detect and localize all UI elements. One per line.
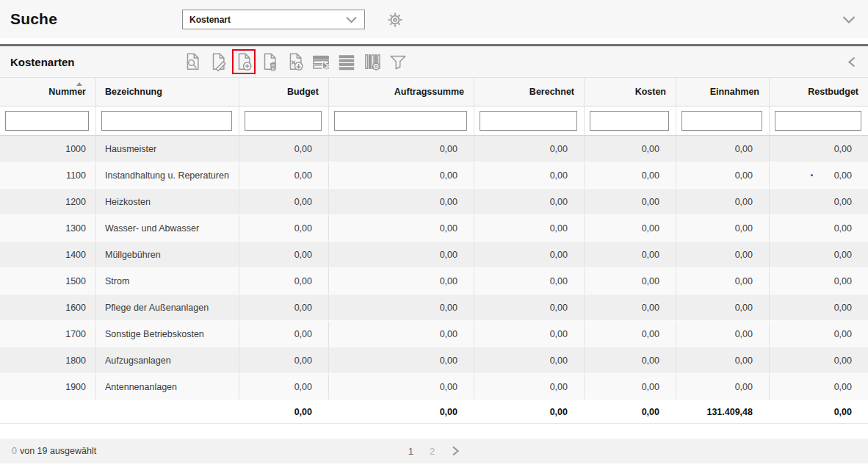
footer: 0von 19 ausgewählt 1 2 [0,438,868,463]
filter-input-nummer[interactable] [5,111,89,131]
cell-restbudget: 0,00 [769,268,868,294]
cell-budget: 0,00 [239,374,328,400]
filter-input-bezeichnung[interactable] [101,111,232,131]
search-type-dropdown[interactable]: Kostenart [182,10,365,29]
page-button-2[interactable]: 2 [430,446,435,457]
filter-cell-bezeichnung [95,106,239,135]
table-row-1700[interactable]: 1700Sonstige Betriebskosten0,000,000,000… [0,321,868,347]
export-button[interactable] [283,49,307,74]
settings-gear-icon[interactable] [385,10,405,29]
cell-bezeichnung: Aufzugsanlagen [95,347,239,373]
document-export-icon [286,52,305,71]
toolbar [181,49,410,74]
total-restbudget: 0,00 [769,400,868,423]
filter-input-berechnet[interactable] [480,111,577,131]
cell-bezeichnung: Antennenanlagen [95,374,239,400]
total-budget: 0,00 [239,400,328,423]
delete-button[interactable] [258,49,281,74]
filter-input-kosten[interactable] [590,111,669,131]
column-header-bezeichnung[interactable]: Bezeichnung [95,78,239,106]
column-header-berechnet[interactable]: Berechnet [474,78,584,106]
cell-budget: 0,00 [239,189,328,214]
search-type-value: Kostenart [189,15,231,25]
filter-input-auftragssumme[interactable] [334,111,467,131]
filter-input-einnahmen[interactable] [681,111,762,131]
add-button[interactable] [232,49,256,74]
column-settings-button[interactable] [361,49,384,74]
cell-einnahmen: 0,00 [676,242,769,267]
cell-berechnet: 0,00 [474,321,584,347]
cell-restbudget: 0,00 [769,215,868,241]
cell-berechnet: 0,00 [474,242,584,267]
cell-nummer: 1000 [0,136,95,162]
cell-restbudget: 0,00 [769,242,868,267]
table-row-1600[interactable]: 1600Pflege der Außenanlagen0,000,000,000… [0,295,868,321]
cell-kosten: 0,00 [584,321,676,347]
table-row-1300[interactable]: 1300Wasser- und Abwasser0,000,000,000,00… [0,215,868,242]
total-einnahmen: 131.409,48 [676,400,769,423]
cell-berechnet: 0,00 [474,215,584,241]
footer-gap [0,424,868,438]
cell-auftragssumme: 0,00 [328,242,474,267]
page-title: Suche [10,10,57,28]
total-berechnet: 0,00 [474,400,584,423]
page-button-1[interactable]: 1 [408,446,413,457]
column-label: Kosten [635,87,666,97]
total-bezeichnung [95,400,239,423]
table-row-1100[interactable]: 1100Instandhaltung u. Reperaturen0,000,0… [0,162,868,189]
column-header-kosten[interactable]: Kosten [584,78,676,106]
cell-nummer: 1300 [0,215,95,241]
cell-berechnet: 0,00 [474,347,584,373]
cell-einnahmen: 0,00 [676,321,769,347]
cell-nummer: 1900 [0,374,95,400]
cell-restbudget: 0,00 [769,321,868,347]
cell-budget: 0,00 [239,162,328,188]
cell-kosten: 0,00 [584,268,676,294]
cell-budget: 0,00 [239,347,328,373]
table-row-1000[interactable]: 1000Hausmeister0,000,000,000,000,000,00 [0,136,868,162]
cell-einnahmen: 0,00 [676,268,769,294]
table-row-1200[interactable]: 1200Heizkosten0,000,000,000,000,000,00 [0,189,868,215]
collapse-search-icon[interactable] [842,14,856,27]
table-row-1800[interactable]: 1800Aufzugsanlagen0,000,000,000,000,000,… [0,347,868,374]
filter-button[interactable] [386,49,410,74]
select-mode-button[interactable] [309,49,333,74]
total-kosten: 0,00 [584,400,676,423]
cell-berechnet: 0,00 [474,268,584,294]
preview-button[interactable] [181,49,204,74]
cell-einnahmen: 0,00 [676,215,769,241]
cell-restbudget: 0,00 [769,374,868,400]
cell-nummer: 1500 [0,268,95,294]
column-header-auftragssumme[interactable]: Auftragssumme [328,78,474,106]
cell-auftragssumme: 0,00 [328,295,474,320]
column-header-nummer[interactable]: Nummer [0,78,95,106]
cell-kosten: 0,00 [584,189,676,214]
collapse-panel-icon[interactable] [847,56,856,71]
cell-budget: 0,00 [239,321,328,347]
table-row-1400[interactable]: 1400Müllgebühren0,000,000,000,000,000,00 [0,242,868,268]
row-layout-button[interactable] [335,49,358,74]
table-row-1500[interactable]: 1500Strom0,000,000,000,000,000,00 [0,268,868,295]
filter-cell-budget [239,106,328,135]
next-page-icon[interactable] [451,445,460,457]
column-header-einnahmen[interactable]: Einnahmen [676,78,769,106]
filter-input-budget[interactable] [245,111,322,131]
cell-auftragssumme: 0,00 [328,347,474,373]
column-header-restbudget[interactable]: Restbudget [769,78,868,106]
cell-restbudget: 0,00 [769,162,868,188]
edit-button[interactable] [206,49,230,74]
cell-einnahmen: 0,00 [676,374,769,400]
column-header-budget[interactable]: Budget [239,78,328,106]
cell-auftragssumme: 0,00 [328,189,474,214]
column-label: Budget [287,87,319,97]
cell-einnahmen: 0,00 [676,162,769,188]
table-filter-row [0,106,868,136]
filter-cell-restbudget [769,106,868,135]
table-row-1900[interactable]: 1900Antennenanlagen0,000,000,000,000,000… [0,374,868,400]
cell-bezeichnung: Hausmeister [95,136,239,162]
rows-icon [337,52,356,71]
cell-nummer: 1700 [0,321,95,347]
cell-bezeichnung: Sonstige Betriebskosten [95,321,239,347]
document-search-icon [183,52,202,71]
filter-input-restbudget[interactable] [775,111,861,131]
